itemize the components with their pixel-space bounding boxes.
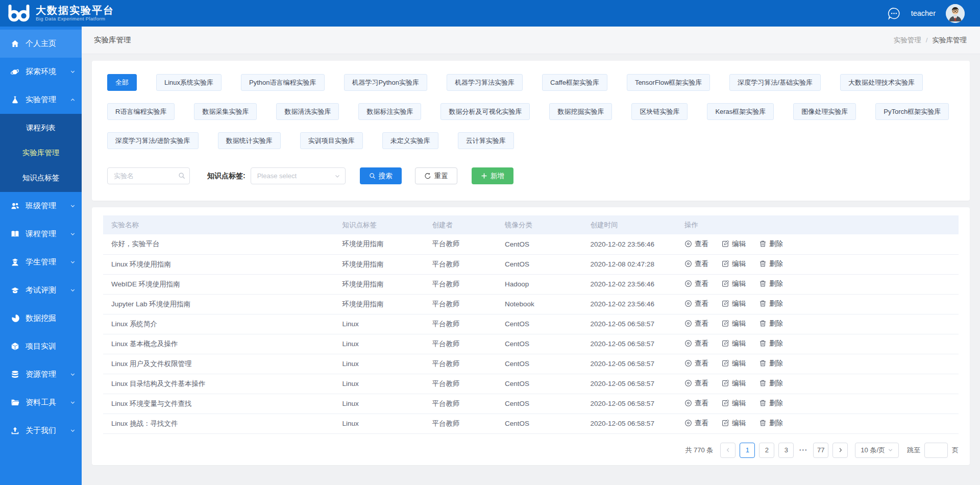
sidebar-item-experiment[interactable]: 实验管理 <box>0 86 82 114</box>
filter-tag[interactable]: Python语言编程实验库 <box>241 74 324 91</box>
sidebar-item-student[interactable]: 学生管理 <box>0 248 82 276</box>
filter-tag[interactable]: 实训项目实验库 <box>300 132 363 149</box>
sidebar-subitem[interactable]: 实验库管理 <box>0 140 82 165</box>
sidebar-item-exam[interactable]: 考试评测 <box>0 276 82 304</box>
edit-button[interactable]: 编辑 <box>722 319 746 328</box>
filter-tag[interactable]: Linux系统实验库 <box>156 74 222 91</box>
experiment-name-input[interactable] <box>107 167 190 184</box>
edit-button[interactable]: 编辑 <box>722 239 746 249</box>
experiments-table: 实验名称知识点标签创建者镜像分类创建时间操作 你好，实验平台环境使用指南平台教师… <box>103 215 959 434</box>
delete-button[interactable]: 删除 <box>759 239 783 249</box>
app-title: 大数据实验平台 <box>36 5 114 16</box>
chevron-down-icon <box>888 447 893 453</box>
jump-page-input[interactable] <box>924 443 948 458</box>
edit-button[interactable]: 编辑 <box>722 299 746 308</box>
sidebar-item-about[interactable]: 关于我们 <box>0 417 82 445</box>
add-button[interactable]: 新增 <box>472 167 513 184</box>
page-ellipsis[interactable]: ••• <box>798 447 809 453</box>
delete-button[interactable]: 删除 <box>759 359 783 368</box>
filter-tag[interactable]: R语言编程实验库 <box>107 103 175 120</box>
sidebar-item-class[interactable]: 班级管理 <box>0 192 82 220</box>
page-button-3[interactable]: 3 <box>778 443 794 458</box>
filter-tag[interactable]: 全部 <box>107 74 137 91</box>
sidebar-subitem[interactable]: 知识点标签 <box>0 165 82 190</box>
view-button[interactable]: 查看 <box>684 379 708 388</box>
delete-button[interactable]: 删除 <box>759 299 783 308</box>
filter-tag[interactable]: TensorFlow框架实验库 <box>627 74 710 91</box>
sidebar-item-tools[interactable]: 资料工具 <box>0 389 82 417</box>
delete-button[interactable]: 删除 <box>759 339 783 348</box>
view-button[interactable]: 查看 <box>684 339 708 348</box>
delete-button[interactable]: 删除 <box>759 279 783 288</box>
brand[interactable]: 大数据实验平台 Big Data Experiment Platform <box>7 4 114 22</box>
username[interactable]: teacher <box>911 9 936 17</box>
page-button-1[interactable]: 1 <box>740 443 755 458</box>
sidebar-item-resource[interactable]: 资源管理 <box>0 360 82 389</box>
edit-button[interactable]: 编辑 <box>722 379 746 388</box>
filter-tag[interactable]: 图像处理实验库 <box>793 103 856 120</box>
sidebar-item-home[interactable]: 个人主页 <box>0 30 82 58</box>
sidebar-item-data-mining[interactable]: 数据挖掘 <box>0 304 82 332</box>
edit-button[interactable]: 编辑 <box>722 399 746 408</box>
cell-actions: 查看编辑删除 <box>676 354 959 374</box>
prev-page-button[interactable] <box>720 443 736 458</box>
edit-button[interactable]: 编辑 <box>722 339 746 348</box>
filter-tag[interactable]: 深度学习算法/进阶实验库 <box>107 132 199 149</box>
filter-tag[interactable]: 数据清洗实验库 <box>276 103 339 120</box>
filter-tag[interactable]: 数据采集实验库 <box>194 103 257 120</box>
sidebar-item-course[interactable]: 课程管理 <box>0 220 82 248</box>
sidebar-item-explore[interactable]: 探索环境 <box>0 58 82 86</box>
tag-select-placeholder: Please select <box>257 172 297 180</box>
edit-button[interactable]: 编辑 <box>722 359 746 368</box>
reset-button[interactable]: 重置 <box>415 167 457 184</box>
delete-button[interactable]: 删除 <box>759 319 783 328</box>
filter-tag[interactable]: PyTorch框架实验库 <box>875 103 949 120</box>
filter-tag[interactable]: 大数据处理技术实验库 <box>840 74 923 91</box>
view-button[interactable]: 查看 <box>684 279 708 288</box>
table-row: Linux 环境变量与文件查找Linux平台教师CentOS2020-12-05… <box>103 394 959 414</box>
breadcrumb: 实验管理 / 实验库管理 <box>894 36 967 45</box>
cell-tag: Linux <box>334 314 424 334</box>
filter-tag[interactable]: 数据分析及可视化实验库 <box>440 103 530 120</box>
filter-tag[interactable]: 未定义实验库 <box>382 132 438 149</box>
page-button-77[interactable]: 77 <box>813 443 828 458</box>
view-button[interactable]: 查看 <box>684 419 708 428</box>
sidebar-item-project[interactable]: 项目实训 <box>0 332 82 360</box>
filter-tag[interactable]: 区块链实验库 <box>631 103 688 120</box>
delete-button[interactable]: 删除 <box>759 379 783 388</box>
cell-creator: 平台教师 <box>424 254 496 274</box>
message-icon[interactable] <box>887 7 901 20</box>
sidebar-subitem[interactable]: 课程列表 <box>0 115 82 140</box>
view-button[interactable]: 查看 <box>684 359 708 368</box>
filter-tag[interactable]: 数据挖掘实验库 <box>549 103 612 120</box>
chevron-down-icon <box>70 203 76 209</box>
view-button[interactable]: 查看 <box>684 319 708 328</box>
filter-tag[interactable]: 数据统计实验库 <box>218 132 281 149</box>
edit-button[interactable]: 编辑 <box>722 279 746 288</box>
avatar[interactable] <box>946 4 965 23</box>
page-button-2[interactable]: 2 <box>759 443 774 458</box>
next-page-button[interactable] <box>832 443 848 458</box>
delete-button[interactable]: 删除 <box>759 399 783 408</box>
filter-tag[interactable]: 云计算实验库 <box>458 132 514 149</box>
filter-tag[interactable]: 机器学习算法实验库 <box>447 74 523 91</box>
edit-button[interactable]: 编辑 <box>722 259 746 269</box>
breadcrumb-parent[interactable]: 实验管理 <box>894 36 921 45</box>
view-button[interactable]: 查看 <box>684 399 708 408</box>
delete-button[interactable]: 删除 <box>759 259 783 269</box>
view-button[interactable]: 查看 <box>684 259 708 269</box>
delete-button[interactable]: 删除 <box>759 419 783 428</box>
filter-tag[interactable]: 机器学习Python实验库 <box>344 74 427 91</box>
column-header: 创建者 <box>424 215 496 234</box>
edit-button[interactable]: 编辑 <box>722 419 746 428</box>
search-button[interactable]: 搜索 <box>360 167 402 184</box>
view-button[interactable]: 查看 <box>684 239 708 249</box>
filter-tag[interactable]: 数据标注实验库 <box>358 103 421 120</box>
page-size-select[interactable]: 10 条/页 <box>855 443 899 458</box>
filter-tag[interactable]: Keras框架实验库 <box>707 103 774 120</box>
filter-tag[interactable]: 深度学习算法/基础实验库 <box>729 74 821 91</box>
tag-select[interactable]: Please select <box>251 167 346 184</box>
filter-tag[interactable]: Caffe框架实验库 <box>542 74 607 91</box>
cell-created: 2020-12-05 06:58:57 <box>582 354 676 374</box>
view-button[interactable]: 查看 <box>684 299 708 308</box>
